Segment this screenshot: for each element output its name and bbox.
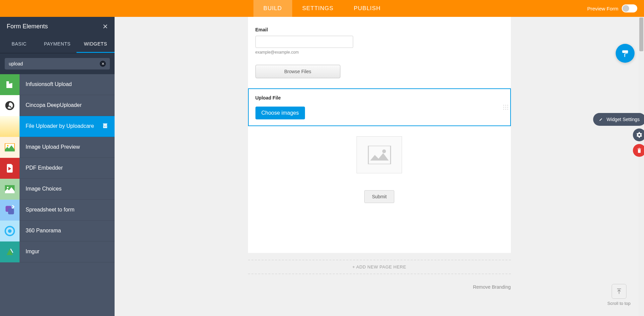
pdf-icon xyxy=(0,158,20,179)
delete-button[interactable] xyxy=(633,144,644,157)
widget-label: File Uploader by Uploadcare xyxy=(20,123,102,130)
svg-point-9 xyxy=(8,229,12,233)
drag-handle-icon[interactable] xyxy=(503,105,508,110)
browse-files-button[interactable]: Browse Files xyxy=(255,65,340,78)
svg-point-11 xyxy=(382,149,386,153)
image-placeholder[interactable] xyxy=(357,136,402,173)
sidebar-tab-payments[interactable]: PAYMENTS xyxy=(38,36,76,53)
settings-button[interactable] xyxy=(633,128,644,141)
imgur-icon xyxy=(0,241,20,262)
arrow-up-icon xyxy=(616,288,622,295)
image-choices-icon xyxy=(0,179,20,200)
scroll-top-button[interactable] xyxy=(612,284,626,299)
upload-file-label: Upload File xyxy=(255,95,503,100)
close-icon[interactable]: × xyxy=(103,21,108,32)
svg-rect-10 xyxy=(368,146,391,164)
widget-uploadcare[interactable]: File Uploader by Uploadcare xyxy=(0,116,115,137)
trash-icon xyxy=(637,147,642,153)
widget-label: 360 Panorama xyxy=(20,227,115,234)
svg-rect-7 xyxy=(8,208,14,214)
sidebar-title: Form Elements xyxy=(7,23,48,30)
infusionsoft-icon xyxy=(0,74,20,95)
search-input[interactable] xyxy=(9,61,100,66)
remove-branding-link[interactable]: Remove Branding xyxy=(248,281,511,293)
widget-pdf[interactable]: PDF Embedder xyxy=(0,158,115,179)
widget-image-choices[interactable]: Image Choices xyxy=(0,179,115,200)
widget-side-actions: Widget Settings xyxy=(593,113,644,157)
choose-images-button[interactable]: Choose images xyxy=(255,107,305,119)
preview-form-group: Preview Form xyxy=(587,4,637,12)
scroll-to-top: Scroll to top xyxy=(607,284,631,306)
cincopa-icon xyxy=(0,95,20,116)
form-area: Email example@example.com Browse Files U… xyxy=(248,17,511,253)
preview-toggle[interactable] xyxy=(622,4,637,12)
svg-rect-0 xyxy=(104,126,105,127)
add-new-page[interactable]: + ADD NEW PAGE HERE xyxy=(248,260,511,274)
widget-cincopa[interactable]: Cincopa DeepUploader xyxy=(0,95,115,116)
uploadcare-icon xyxy=(0,116,20,137)
sidebar-header: Form Elements × xyxy=(0,17,115,36)
sidebar-tab-widgets[interactable]: WIDGETS xyxy=(76,36,115,53)
email-input[interactable] xyxy=(255,36,353,48)
form-canvas: Email example@example.com Browse Files U… xyxy=(115,17,644,316)
widget-label: Cincopa DeepUploader xyxy=(20,102,115,109)
widget-panorama[interactable]: 360 Panorama xyxy=(0,221,115,241)
widget-label: Image Upload Preview xyxy=(20,144,115,151)
email-hint: example@example.com xyxy=(255,50,503,55)
widget-label: Infusionsoft Upload xyxy=(20,81,115,88)
spreadsheet-icon xyxy=(0,200,20,221)
preview-form-label: Preview Form xyxy=(587,6,618,11)
header-bar: BUILD SETTINGS PUBLISH Preview Form xyxy=(0,0,644,17)
email-field-group: Email example@example.com xyxy=(255,27,503,55)
widget-label: PDF Embedder xyxy=(20,165,115,172)
paint-roller-icon xyxy=(621,49,630,58)
browse-field-group: Browse Files xyxy=(255,65,503,78)
selected-widget-box[interactable]: Upload File Choose images xyxy=(248,88,511,126)
tab-settings[interactable]: SETTINGS xyxy=(292,0,344,17)
image-icon xyxy=(368,146,391,164)
svg-rect-1 xyxy=(106,126,106,127)
scroll-top-label: Scroll to top xyxy=(607,301,631,306)
submit-button[interactable]: Submit xyxy=(364,190,395,203)
widget-imgur[interactable]: Imgur xyxy=(0,241,115,262)
widget-list: Infusionsoft Upload Cincopa DeepUploader… xyxy=(0,74,115,316)
sidebar-tabs: BASIC PAYMENTS WIDGETS xyxy=(0,36,115,53)
widget-image-preview[interactable]: Image Upload Preview xyxy=(0,137,115,158)
image-preview-icon xyxy=(0,137,20,158)
tab-build[interactable]: BUILD xyxy=(253,0,292,17)
sidebar: Form Elements × BASIC PAYMENTS WIDGETS ✕… xyxy=(0,17,115,316)
header-tabs: BUILD SETTINGS PUBLISH xyxy=(253,0,391,17)
email-label: Email xyxy=(255,27,503,32)
widget-settings-pill[interactable]: Widget Settings xyxy=(593,113,644,126)
gear-icon xyxy=(636,132,642,138)
widget-settings-label: Widget Settings xyxy=(607,117,640,122)
widget-label: Spreadsheet to form xyxy=(20,206,115,213)
search-container: ✕ xyxy=(0,53,115,74)
designer-fab[interactable] xyxy=(616,44,635,63)
panorama-icon xyxy=(0,221,20,241)
scrollbar-thumb[interactable] xyxy=(639,18,643,51)
store-icon xyxy=(102,122,115,131)
widget-spreadsheet[interactable]: Spreadsheet to form xyxy=(0,200,115,221)
svg-point-3 xyxy=(7,145,9,146)
tab-publish[interactable]: PUBLISH xyxy=(344,0,391,17)
widget-infusionsoft[interactable]: Infusionsoft Upload xyxy=(0,74,115,95)
svg-point-5 xyxy=(7,186,9,188)
widget-label: Image Choices xyxy=(20,185,115,193)
wand-icon xyxy=(598,117,603,122)
widget-label: Imgur xyxy=(20,248,115,255)
sidebar-tab-basic[interactable]: BASIC xyxy=(0,36,38,53)
clear-search-icon[interactable]: ✕ xyxy=(100,61,106,67)
scrollbar[interactable] xyxy=(639,17,644,316)
